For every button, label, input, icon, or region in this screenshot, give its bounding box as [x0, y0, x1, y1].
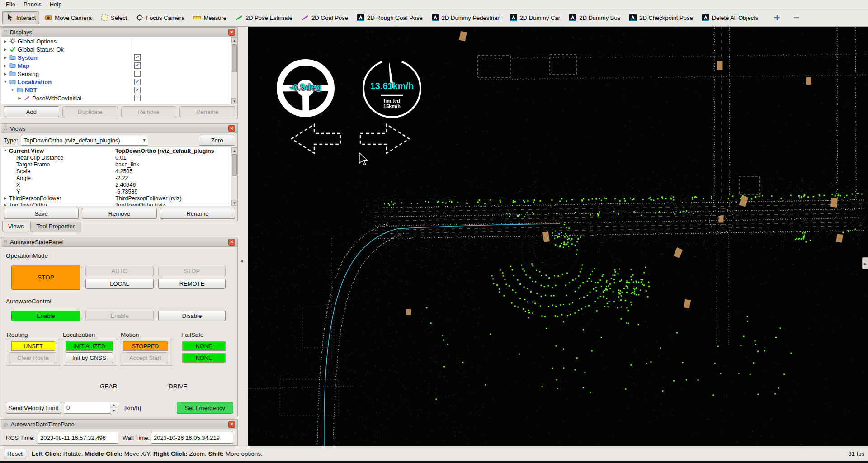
remove-tool-button[interactable] — [789, 11, 804, 24]
property-value[interactable]: 4.2505 — [115, 168, 237, 175]
tool-move-camera[interactable]: Move Camera — [41, 11, 95, 24]
remove-button[interactable]: Remove — [121, 106, 177, 117]
display-row-posewithcovinitial[interactable]: ▶PoseWithCovInitial — [1, 94, 237, 102]
display-row-sensing[interactable]: ▶Sensing — [1, 70, 237, 78]
display-row-map[interactable]: ▶Map✔ — [1, 61, 237, 70]
property-value[interactable]: 0.01 — [115, 155, 237, 161]
close-icon[interactable]: ✕ — [228, 125, 235, 132]
collapse-left-handle[interactable]: ◂ — [240, 257, 243, 264]
tool-2d-dummy-car[interactable]: 2D Dummy Car — [506, 11, 564, 24]
display-checkbox[interactable]: ✔ — [134, 87, 141, 93]
set-emergency-button[interactable]: Set Emergency — [177, 402, 233, 414]
chevron-right-icon[interactable]: ▶ — [3, 64, 8, 68]
dock-splitter[interactable]: ◂ — [238, 27, 248, 446]
duplicate-button[interactable]: Duplicate — [62, 106, 118, 117]
accept-start-button[interactable]: Accept Start — [123, 352, 168, 363]
chevron-right-icon[interactable]: ▶ — [3, 196, 8, 200]
view-property-row-current-view[interactable]: ▼Current ViewTopDownOrtho (rviz_default_… — [1, 147, 237, 154]
view-type-select[interactable]: TopDownOrtho (rviz_default_plugins) ▼ — [21, 135, 148, 146]
view-property-row-scale[interactable]: Scale4.2505 — [1, 168, 237, 175]
datetime-titlebar[interactable]: ◷ AutowareDateTimePanel ✕ — [1, 420, 237, 429]
add-button[interactable]: Add — [4, 106, 59, 117]
init-by-gnss-button[interactable]: Init by GNSS — [66, 352, 113, 363]
property-value[interactable]: 2.40946 — [115, 182, 237, 188]
chevron-right-icon[interactable]: ▶ — [3, 203, 8, 206]
view-property-row-angle[interactable]: Angle-2.22 — [1, 175, 237, 181]
wall-time-field[interactable]: 2023-10-26 16:05:34.219 — [151, 432, 233, 444]
display-checkbox[interactable] — [134, 95, 141, 101]
view-property-row-target-frame[interactable]: Target Framebase_link — [1, 161, 237, 168]
property-value[interactable]: -2.22 — [115, 175, 237, 181]
zero-button[interactable]: Zero — [199, 135, 235, 146]
chevron-right-icon[interactable]: ▶ — [17, 96, 22, 100]
scrollbar[interactable]: ▲▼ — [231, 37, 237, 104]
scroll-up-icon[interactable]: ▲ — [231, 147, 237, 153]
scrollbar[interactable]: ▲▼ — [231, 147, 237, 206]
view-property-row-near-clip-distance[interactable]: Near Clip Distance0.01 — [1, 154, 237, 161]
property-value[interactable]: base_link — [115, 161, 237, 168]
display-checkbox[interactable]: ✔ — [134, 62, 141, 69]
display-checkbox[interactable]: ✔ — [134, 79, 141, 85]
chevron-right-icon[interactable]: ▶ — [3, 39, 8, 43]
display-row-system[interactable]: ▶System✔ — [1, 53, 237, 61]
display-row-global-options[interactable]: ▶Global Options — [1, 37, 237, 45]
disable-button[interactable]: Disable — [158, 311, 226, 321]
tool-focus-camera[interactable]: Focus Camera — [132, 11, 188, 24]
collapse-right-handle[interactable]: ▸ — [862, 257, 868, 269]
remove-view-button[interactable]: Remove — [82, 208, 157, 219]
tool-measure[interactable]: Measure — [189, 11, 230, 24]
chevron-right-icon[interactable]: ▶ — [3, 47, 8, 52]
tool-2d-checkpoint-pose[interactable]: 2D Checkpoint Pose — [625, 11, 697, 24]
auto-button[interactable]: AUTO — [85, 266, 154, 276]
spin-down-icon[interactable]: ▼ — [110, 408, 118, 414]
chevron-right-icon[interactable]: ▶ — [3, 72, 8, 76]
state-titlebar[interactable]: ⠿ AutowareStatePanel ✕ — [1, 237, 237, 247]
display-row-global-status-ok[interactable]: ▶Global Status: Ok — [1, 45, 237, 53]
enable-button[interactable]: Enable — [11, 311, 80, 321]
tool-interact[interactable]: Interact — [2, 11, 39, 24]
display-checkbox[interactable]: ✔ — [134, 54, 141, 61]
3d-viewport[interactable]: -0.5deg 13.61km/h limited 15km/h ▸ — [248, 27, 868, 446]
velocity-limit-stepper[interactable]: 0 ▲ ▼ — [64, 402, 118, 414]
scroll-down-icon[interactable]: ▼ — [231, 200, 237, 206]
tool-2d-dummy-pedestrian[interactable]: 2D Dummy Pedestrian — [428, 11, 505, 24]
clear-route-button[interactable]: Clear Route — [9, 352, 57, 363]
scroll-thumb[interactable] — [232, 154, 237, 176]
scroll-up-icon[interactable]: ▲ — [231, 37, 237, 43]
property-value[interactable]: ThirdPersonFollower (rviz) — [115, 195, 237, 202]
pointcloud-canvas[interactable] — [248, 27, 868, 446]
remote-button[interactable]: REMOTE — [158, 279, 226, 289]
send-velocity-limit-button[interactable]: Send Velocity Limit — [6, 402, 61, 414]
display-checkbox[interactable] — [134, 71, 141, 77]
reset-button[interactable]: Reset — [4, 449, 26, 459]
chevron-right-icon[interactable]: ▶ — [3, 56, 8, 60]
tool-delete-all-objects[interactable]: Delete All Objects — [698, 11, 762, 24]
add-tool-button[interactable] — [769, 11, 785, 24]
stop-secondary-button[interactable]: STOP — [158, 266, 226, 276]
rename-button[interactable]: Rename — [179, 106, 235, 117]
chevron-down-icon[interactable]: ▼ — [10, 88, 15, 92]
enable-secondary-button[interactable]: Enable — [85, 311, 154, 321]
displays-titlebar[interactable]: ⠿ Displays ✕ — [1, 28, 237, 37]
tool-2d-dummy-bus[interactable]: 2D Dummy Bus — [565, 11, 624, 24]
tool-2d-goal-pose[interactable]: 2D Goal Pose — [297, 11, 352, 24]
view-property-row-topdownortho[interactable]: ▶TopDownOrthoTopDownOrtho (rviz... — [1, 202, 237, 206]
menu-file[interactable]: File — [2, 0, 19, 8]
property-value[interactable]: -6.78589 — [115, 189, 237, 195]
display-row-ndt[interactable]: ▼NDT✔ — [1, 86, 237, 94]
spin-up-icon[interactable]: ▲ — [110, 402, 118, 408]
tab-views[interactable]: Views — [2, 222, 29, 232]
tool-2d-rough-goal-pose[interactable]: 2D Rough Goal Pose — [353, 11, 426, 24]
close-icon[interactable]: ✕ — [228, 239, 235, 246]
property-value[interactable]: TopDownOrtho (rviz... — [115, 202, 237, 207]
menu-panels[interactable]: Panels — [19, 0, 46, 8]
save-view-button[interactable]: Save — [4, 208, 79, 219]
property-value[interactable]: TopDownOrtho (rviz_default_plugins — [115, 148, 237, 154]
tool-select[interactable]: Select — [97, 11, 131, 24]
scroll-thumb[interactable] — [232, 44, 237, 72]
close-icon[interactable]: ✕ — [228, 421, 235, 428]
chevron-down-icon[interactable]: ▼ — [3, 80, 8, 84]
tool-2d-pose-estimate[interactable]: 2D Pose Estimate — [231, 11, 296, 24]
view-property-row-x[interactable]: X2.40946 — [1, 181, 237, 188]
local-button[interactable]: LOCAL — [85, 279, 154, 289]
